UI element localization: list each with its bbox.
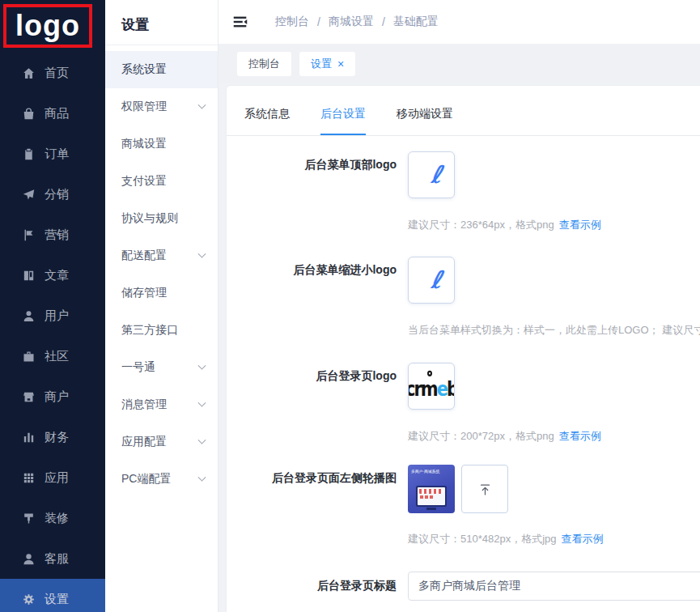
paint-tool-icon bbox=[22, 512, 36, 525]
page-tabbar: 控制台 设置 × bbox=[218, 45, 700, 83]
breadcrumb-separator: / bbox=[382, 15, 385, 28]
settings-card: 系统信息 后台设置 移动端设置 后台菜单顶部logo ℓ 建议尺寸：236*64… bbox=[226, 85, 700, 612]
close-tab-icon[interactable]: × bbox=[337, 58, 344, 70]
submenu-item-delivery[interactable]: 配送配置 bbox=[105, 237, 218, 274]
submenu-item-label: 商城设置 bbox=[121, 137, 167, 151]
sidebar-item-settings[interactable]: 设置 bbox=[0, 579, 105, 612]
sidebar-item-label: 客服 bbox=[45, 551, 69, 567]
field-hint: 建议尺寸：510*482px，格式jpg查看示例 bbox=[408, 532, 604, 546]
submenu-item-permission[interactable]: 权限管理 bbox=[105, 88, 218, 125]
login-logo-image[interactable]: crmeb bbox=[408, 363, 455, 410]
content-tabs: 系统信息 后台设置 移动端设置 bbox=[227, 86, 700, 136]
script-l-logo: ℓ bbox=[431, 268, 442, 292]
page-tab-settings[interactable]: 设置 × bbox=[299, 52, 355, 76]
flag-icon bbox=[22, 228, 36, 242]
field-label: 后台登录页logo bbox=[227, 363, 397, 384]
paper-plane-icon bbox=[22, 188, 36, 202]
crmeb-logo: crmeb bbox=[408, 379, 455, 399]
submenu-item-label: 储存管理 bbox=[121, 286, 167, 300]
sidebar-item-marketing[interactable]: 营销 bbox=[0, 215, 105, 255]
field-hint: 建议尺寸：200*72px，格式png查看示例 bbox=[408, 429, 601, 444]
breadcrumb-item-mall-settings[interactable]: 商城设置 bbox=[329, 15, 374, 29]
customer-service-icon bbox=[22, 552, 36, 566]
menu-top-logo-image[interactable]: ℓ bbox=[408, 151, 455, 198]
submenu-item-storage[interactable]: 储存管理 bbox=[105, 274, 218, 312]
view-example-link[interactable]: 查看示例 bbox=[559, 430, 601, 442]
sidebar-item-distribution[interactable]: 分销 bbox=[0, 174, 105, 215]
chevron-down-icon bbox=[198, 398, 206, 406]
view-example-link[interactable]: 查看示例 bbox=[562, 533, 604, 545]
sidebar-item-user[interactable]: 用户 bbox=[0, 295, 105, 336]
main-sidebar: logo 首页 商品 订单 分销 营销 文章 用户 bbox=[0, 0, 105, 612]
submenu-item-mall-settings[interactable]: 商城设置 bbox=[105, 125, 218, 163]
main-area: 控制台 / 商城设置 / 基础配置 控制台 设置 × 系统信息 后台设置 移动端… bbox=[218, 0, 700, 612]
sidebar-item-merchant[interactable]: 商户 bbox=[0, 376, 105, 417]
sidebar-item-label: 订单 bbox=[45, 147, 69, 162]
submenu-item-message[interactable]: 消息管理 bbox=[105, 386, 218, 423]
page-tab-console[interactable]: 控制台 bbox=[237, 52, 291, 76]
form-row-menu-small-logo: 后台菜单缩进小logo ℓ bbox=[227, 257, 700, 304]
sidebar-item-app[interactable]: 应用 bbox=[0, 457, 105, 498]
page-tab-label: 控制台 bbox=[248, 57, 280, 71]
sidebar-item-finance[interactable]: 财务 bbox=[0, 417, 105, 457]
sidebar-item-article[interactable]: 文章 bbox=[0, 255, 105, 295]
submenu-item-label: 应用配置 bbox=[121, 435, 167, 449]
submenu-item-yihaotong[interactable]: 一号通 bbox=[105, 349, 218, 386]
hint-text: 建议尺寸：200*72px，格式png bbox=[408, 430, 554, 442]
script-l-logo: ℓ bbox=[431, 163, 442, 187]
tab-backend-settings[interactable]: 后台设置 bbox=[320, 107, 366, 135]
sidebar-item-label: 商户 bbox=[45, 389, 69, 405]
briefcase-icon bbox=[22, 350, 36, 363]
menu-collapse-icon[interactable] bbox=[231, 13, 249, 31]
submenu-item-pc-config[interactable]: PC端配置 bbox=[105, 461, 218, 498]
submenu-item-label: 权限管理 bbox=[121, 100, 167, 114]
sidebar-item-decoration[interactable]: 装修 bbox=[0, 498, 105, 538]
view-example-link[interactable]: 查看示例 bbox=[559, 219, 601, 231]
upload-button[interactable] bbox=[461, 465, 508, 513]
page-tab-label: 设置 bbox=[311, 57, 332, 71]
bar-chart-icon bbox=[22, 431, 36, 444]
sidebar-item-home[interactable]: 首页 bbox=[0, 53, 105, 93]
top-header: 控制台 / 商城设置 / 基础配置 bbox=[218, 0, 700, 45]
submenu-item-label: 配送配置 bbox=[121, 249, 167, 263]
field-label: 后台菜单顶部logo bbox=[227, 151, 397, 172]
breadcrumb-item-console[interactable]: 控制台 bbox=[275, 15, 309, 29]
sidebar-item-label: 文章 bbox=[45, 268, 69, 283]
gear-icon bbox=[22, 593, 36, 606]
sidebar-item-label: 装修 bbox=[45, 511, 69, 526]
submenu-title: 设置 bbox=[105, 0, 218, 45]
logo-area: logo bbox=[0, 0, 105, 53]
chevron-down-icon bbox=[198, 436, 206, 444]
sidebar-item-label: 首页 bbox=[45, 66, 69, 81]
submenu-item-label: 消息管理 bbox=[121, 397, 167, 412]
submenu-list: 系统设置 权限管理 商城设置 支付设置 协议与规则 配送配置 储存管理 第三方接… bbox=[105, 51, 218, 498]
sidebar-item-goods[interactable]: 商品 bbox=[0, 93, 105, 134]
breadcrumb-item-basic-config[interactable]: 基础配置 bbox=[393, 15, 439, 29]
login-title-input[interactable] bbox=[408, 572, 700, 601]
storefront-icon bbox=[22, 390, 36, 404]
field-label: 后台菜单缩进小logo bbox=[227, 257, 397, 278]
submenu-item-third-party[interactable]: 第三方接口 bbox=[105, 312, 218, 349]
submenu-item-agreement[interactable]: 协议与规则 bbox=[105, 200, 218, 237]
chevron-down-icon bbox=[198, 249, 206, 257]
carousel-thumbnail[interactable]: 多商户·商城系统 bbox=[408, 465, 455, 513]
submenu-item-app-config[interactable]: 应用配置 bbox=[105, 423, 218, 461]
order-clipboard-icon bbox=[22, 147, 36, 161]
sidebar-item-order[interactable]: 订单 bbox=[0, 134, 105, 174]
sidebar-item-label: 商品 bbox=[45, 106, 69, 121]
field-label: 后台登录页标题 bbox=[227, 572, 397, 593]
hint-text: 建议尺寸：236*64px，格式png bbox=[408, 219, 554, 231]
grid-icon bbox=[22, 471, 36, 485]
hint-row: 建议尺寸：200*72px，格式png查看示例 bbox=[227, 410, 700, 444]
submenu-item-system-settings[interactable]: 系统设置 bbox=[105, 51, 218, 88]
chevron-down-icon bbox=[198, 473, 206, 481]
sidebar-item-community[interactable]: 社区 bbox=[0, 336, 105, 376]
menu-small-logo-image[interactable]: ℓ bbox=[408, 257, 455, 304]
sidebar-item-service[interactable]: 客服 bbox=[0, 538, 105, 579]
shopping-bag-icon bbox=[22, 107, 36, 121]
main-nav: 首页 商品 订单 分销 营销 文章 用户 社区 bbox=[0, 53, 105, 612]
annotation-box: logo bbox=[3, 4, 92, 48]
submenu-item-payment[interactable]: 支付设置 bbox=[105, 163, 218, 200]
tab-system-info[interactable]: 系统信息 bbox=[244, 107, 290, 135]
tab-mobile-settings[interactable]: 移动端设置 bbox=[397, 107, 453, 135]
